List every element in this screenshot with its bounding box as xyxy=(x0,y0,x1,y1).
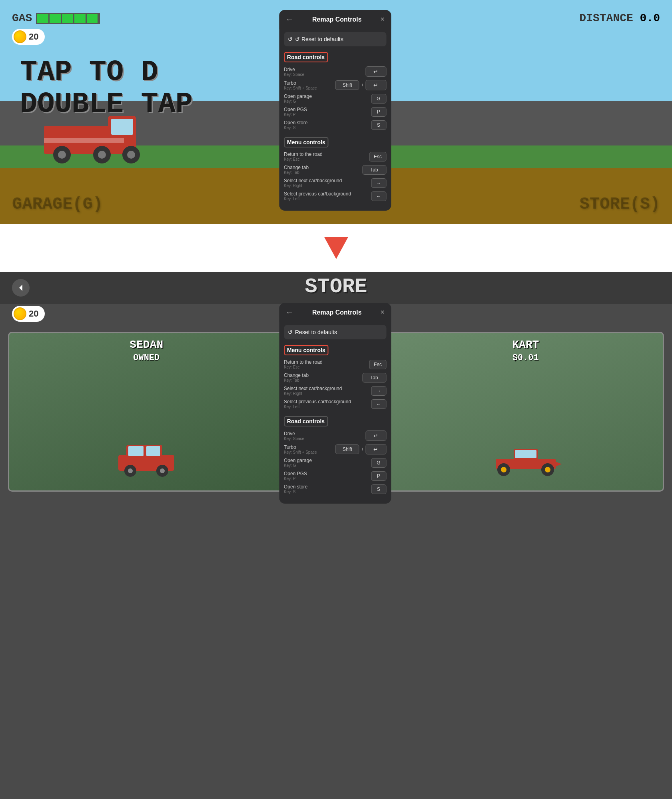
change-tab-key-button-bottom[interactable]: Tab xyxy=(362,373,386,383)
turbo-label-group-bottom: Turbo Key: Shift + Space xyxy=(284,444,317,454)
svg-point-18 xyxy=(160,468,165,473)
kart-card-label: KART xyxy=(389,339,663,351)
coin-count-top: 20 xyxy=(29,32,38,42)
down-arrow-icon xyxy=(324,237,348,259)
open-pgs-label-group-bottom: Open PGS Key: P xyxy=(284,471,307,481)
open-garage-sublabel: Key: G xyxy=(284,99,312,104)
kart-card[interactable]: KART $0.01 xyxy=(387,332,664,492)
modal-close-button-top[interactable]: × xyxy=(380,15,385,24)
turbo-shift-key[interactable]: Shift xyxy=(335,80,359,90)
return-road-key-button-top[interactable]: Esc xyxy=(369,152,386,161)
store-title-text: STORE xyxy=(305,275,367,299)
select-next-sublabel-bottom: Key: Right xyxy=(284,391,342,396)
kart-card-sublabel: $0.01 xyxy=(389,353,663,363)
select-prev-key-button-top[interactable]: ← xyxy=(371,191,386,201)
open-store-sublabel-bottom: Key: S xyxy=(284,490,307,494)
drive-control-row: Drive Key: Space ↵ xyxy=(284,66,386,77)
select-prev-label-group-top: Select previous car/background Key: Left xyxy=(284,191,351,201)
menu-controls-section-bottom: Menu controls Return to the road Key: Es… xyxy=(284,345,386,409)
turbo-control-row-bottom: Turbo Key: Shift + Space Shift + ↵ xyxy=(284,444,386,454)
open-store-label-bottom: Open store xyxy=(284,484,307,490)
turbo-label-group: Turbo Key: Shift + Space xyxy=(284,80,317,90)
turbo-space-key[interactable]: ↵ xyxy=(365,80,386,90)
open-store-label-top: Open store xyxy=(284,120,307,126)
change-tab-label-group-bottom: Change tab Key: Tab xyxy=(284,373,309,383)
open-garage-sublabel-bottom: Key: G xyxy=(284,463,312,468)
open-store-control-row-bottom: Open store Key: S S xyxy=(284,484,386,494)
drive-key-button-bottom[interactable]: ↵ xyxy=(365,430,386,441)
open-garage-key-button[interactable]: G xyxy=(371,94,386,104)
drive-control-row-bottom: Drive Key: Space ↵ xyxy=(284,430,386,441)
road-controls-header-bottom: Road controls xyxy=(284,416,328,426)
coin-icon xyxy=(14,30,26,43)
select-next-label-group-bottom: Select next car/background Key: Right xyxy=(284,386,342,396)
svg-rect-14 xyxy=(146,446,160,456)
reset-defaults-button-top[interactable]: ↺ ↺ Reset to defaults xyxy=(284,32,386,46)
reset-defaults-button-bottom[interactable]: ↺ Reset to defaults xyxy=(284,325,386,339)
svg-point-8 xyxy=(127,151,135,159)
change-tab-control-row-top: Change tab Key: Tab Tab xyxy=(284,165,386,175)
select-prev-key-button-bottom[interactable]: ← xyxy=(371,399,386,409)
select-prev-control-row-top: Select previous car/background Key: Left… xyxy=(284,191,386,201)
select-next-label-top: Select next car/background xyxy=(284,178,342,183)
tap-instruction: TAP TO D xyxy=(20,56,158,89)
menu-controls-header-top: Menu controls xyxy=(284,137,329,147)
open-pgs-key-button-bottom[interactable]: P xyxy=(371,471,386,481)
drive-label-group: Drive Key: Space xyxy=(284,67,304,77)
open-pgs-key-button[interactable]: P xyxy=(371,107,386,117)
arrow-divider xyxy=(0,224,672,272)
remap-controls-modal-top: ← Remap Controls × ↺ ↺ Reset to defaults… xyxy=(279,10,393,211)
turbo-shift-key-bottom[interactable]: Shift xyxy=(335,444,359,454)
select-next-label-group-top: Select next car/background Key: Right xyxy=(284,178,342,188)
select-next-key-button-bottom[interactable]: → xyxy=(371,386,386,396)
drive-label: Drive xyxy=(284,67,304,72)
distance-value: 0.0 xyxy=(640,12,660,24)
open-garage-label-group-bottom: Open garage Key: G xyxy=(284,458,312,468)
open-store-key-button-top[interactable]: S xyxy=(371,120,386,130)
select-next-key-button-top[interactable]: → xyxy=(371,178,386,188)
store-title-container: STORE xyxy=(0,275,672,299)
open-store-label-group-top: Open store Key: S xyxy=(284,120,307,130)
plus-icon: + xyxy=(361,82,364,88)
drive-label-bottom: Drive xyxy=(284,431,304,436)
gas-tick xyxy=(74,14,87,23)
svg-marker-33 xyxy=(556,462,562,466)
modal-container-top: ← Remap Controls × ↺ ↺ Reset to defaults… xyxy=(279,10,391,211)
gas-tick xyxy=(62,14,74,23)
open-pgs-control-row-bottom: Open PGS Key: P P xyxy=(284,471,386,481)
sedan-card[interactable]: SEDAN OWNED xyxy=(8,332,285,492)
return-road-label-group-bottom: Return to the road Key: Esc xyxy=(284,359,323,369)
modal-back-button-bottom[interactable]: ← xyxy=(285,308,293,317)
return-road-sublabel-top: Key: Esc xyxy=(284,157,323,161)
menu-controls-section-top: Menu controls Return to the road Key: Es… xyxy=(284,137,386,201)
svg-rect-2 xyxy=(111,119,133,135)
modal-back-button-top[interactable]: ← xyxy=(285,15,293,24)
sedan-card-label: SEDAN xyxy=(9,339,284,351)
kart-car-img xyxy=(490,437,562,478)
change-tab-key-button-top[interactable]: Tab xyxy=(362,165,386,175)
svg-point-4 xyxy=(58,151,66,159)
change-tab-label-top: Change tab xyxy=(284,165,309,170)
store-hint-label: STORE(S) xyxy=(579,195,660,214)
modal-close-button-bottom[interactable]: × xyxy=(380,308,385,317)
open-pgs-control-row: Open PGS Key: P P xyxy=(284,107,386,117)
select-next-label-bottom: Select next car/background xyxy=(284,386,342,391)
select-prev-control-row-bottom: Select previous car/background Key: Left… xyxy=(284,399,386,409)
reset-label-bottom: Reset to defaults xyxy=(295,329,337,335)
return-road-key-button-bottom[interactable]: Esc xyxy=(369,360,386,369)
turbo-space-key-bottom[interactable]: ↵ xyxy=(365,444,386,454)
change-tab-control-row-bottom: Change tab Key: Tab Tab xyxy=(284,373,386,383)
road-controls-section-top: Road controls Drive Key: Space ↵ Turbo xyxy=(284,52,386,130)
change-tab-sublabel-bottom: Key: Tab xyxy=(284,378,309,383)
drive-key-button[interactable]: ↵ xyxy=(365,66,386,77)
return-road-label-group-top: Return to the road Key: Esc xyxy=(284,151,323,161)
gas-bar-ticks xyxy=(37,14,99,23)
turbo-control-row: Turbo Key: Shift + Space Shift + ↵ xyxy=(284,80,386,90)
svg-rect-9 xyxy=(44,138,124,143)
open-pgs-label-bottom: Open PGS xyxy=(284,471,307,476)
open-garage-key-button-bottom[interactable]: G xyxy=(371,458,386,468)
return-road-control-row-top: Return to the road Key: Esc Esc xyxy=(284,151,386,161)
open-store-sublabel-top: Key: S xyxy=(284,126,307,130)
open-store-key-button-bottom[interactable]: S xyxy=(371,484,386,494)
coin-counter: 20 xyxy=(12,29,45,45)
